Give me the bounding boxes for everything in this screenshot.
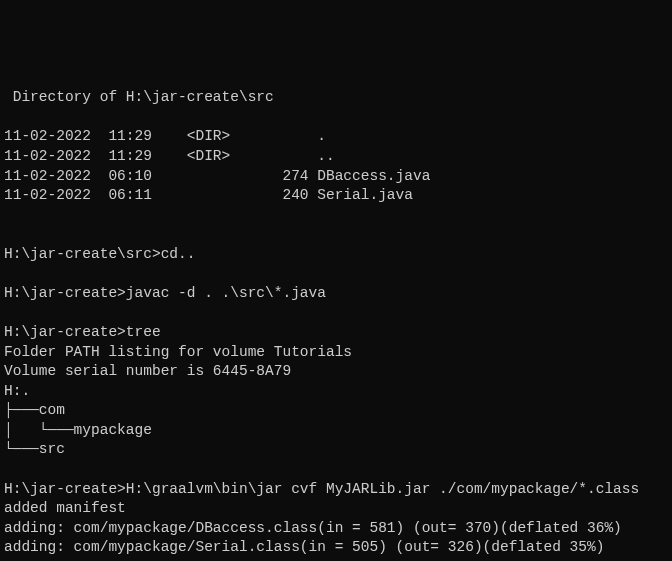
- tree-output: │ └───mypackage: [4, 422, 152, 438]
- dir-entry: 11-02-2022 06:11 240 Serial.java: [4, 187, 413, 203]
- command-line: H:\jar-create>H:\graalvm\bin\jar cvf MyJ…: [4, 481, 639, 497]
- terminal-output: Directory of H:\jar-create\src 11-02-202…: [4, 88, 668, 561]
- tree-output: Folder PATH listing for volume Tutorials: [4, 344, 352, 360]
- dir-entry: 11-02-2022 11:29 <DIR> ..: [4, 148, 335, 164]
- tree-output: ├───com: [4, 402, 65, 418]
- jar-output: added manifest: [4, 500, 126, 516]
- command-line: H:\jar-create>javac -d . .\src\*.java: [4, 285, 326, 301]
- tree-output: └───src: [4, 441, 65, 457]
- command-line: H:\jar-create>tree: [4, 324, 161, 340]
- dir-entry: 11-02-2022 11:29 <DIR> .: [4, 128, 326, 144]
- dir-entry: 11-02-2022 06:10 274 DBaccess.java: [4, 168, 430, 184]
- jar-output: adding: com/mypackage/DBaccess.class(in …: [4, 520, 622, 536]
- jar-output: adding: com/mypackage/Serial.class(in = …: [4, 539, 604, 555]
- dir-header: Directory of H:\jar-create\src: [4, 89, 274, 105]
- tree-output: H:.: [4, 383, 30, 399]
- tree-output: Volume serial number is 6445-8A79: [4, 363, 291, 379]
- command-line: H:\jar-create\src>cd..: [4, 246, 195, 262]
